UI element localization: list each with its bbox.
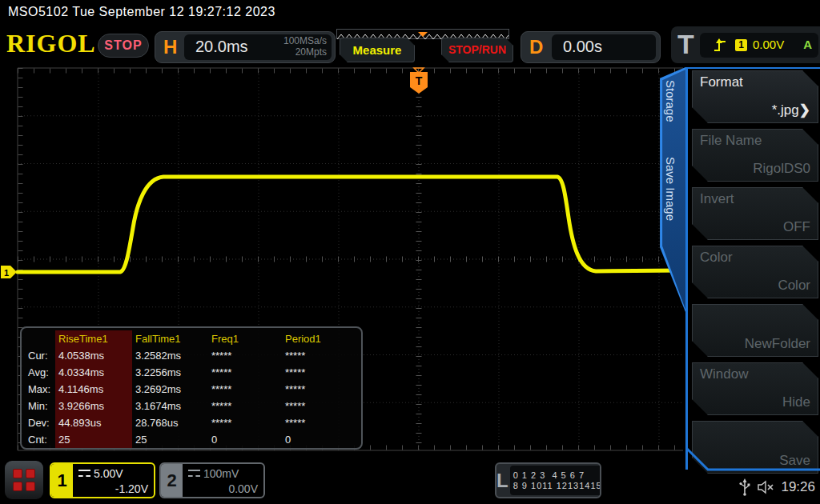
menu-button-invert[interactable]: Invert OFF [692,187,818,240]
meas-cell: ***** [282,414,361,431]
clock-time: 19:26 [781,479,815,495]
trigger-label: T [677,29,694,60]
speaker-muted-icon [757,480,774,494]
trigger-settings[interactable]: T 1 0.00V A [671,26,820,63]
menu-button-save[interactable]: Save [692,421,818,474]
logic-analyzer-box[interactable]: L 0 1 2 3 4 5 6 7 8 9 1011 12131415 [495,462,601,498]
meas-row-label: Dev: [25,414,55,431]
la-digits-row1: 0 1 2 3 4 5 6 7 [513,470,601,481]
svg-text:T: T [416,74,423,87]
meas-cell: 3.1674ms [132,398,208,414]
storage-menu-panel: Format *.jpg❯ File Name RigolDS0 Invert … [685,67,820,470]
trigger-mode: A [803,38,812,51]
meas-cell: 3.2256ms [132,364,208,381]
dc-coupling-icon [188,470,200,477]
status-area: 19:26 [739,478,815,496]
meas-cell: ***** [208,364,282,381]
apps-grid-icon [13,469,35,491]
meas-cell: 4.1146ms [55,381,132,398]
delay-value: 0.00s [563,38,602,56]
dc-coupling-icon [78,470,90,477]
meas-cell: 25 [132,431,208,448]
meas-cell: 4.0334ms [55,364,132,381]
menu-button-window[interactable]: Window Hide [692,362,818,415]
meas-cell: 0 [208,431,282,448]
meas-row-label: Cur: [25,347,55,364]
timebase-value: 20.0ms [195,38,248,56]
menu-button-new-folder[interactable]: NewFolder [692,304,818,357]
meas-cell: ***** [208,414,282,431]
meas-cell: 3.9266ms [55,398,132,414]
measure-button[interactable]: Measure [340,38,415,62]
la-label: L [496,464,508,497]
meas-cell: ***** [282,364,361,381]
channel2-offset: 0.00V [188,482,258,497]
meas-col-falltime: FallTime1 [132,330,208,347]
meas-row-label: Max: [25,381,55,398]
meas-cell: 28.768us [132,414,208,431]
menu-button-file-name[interactable]: File Name RigolDS0 [692,129,818,182]
meas-cell: 0 [282,431,361,448]
channel2-box[interactable]: 2 100mV 0.00V [159,462,265,498]
meas-col-risetime: RiseTime1 [55,330,132,347]
meas-row-label: Avg: [25,364,55,381]
trigger-source-badge: 1 [735,39,747,51]
menu-button-format[interactable]: Format *.jpg❯ [692,70,818,123]
meas-cell: ***** [282,381,361,398]
channel1-number: 1 [51,464,73,497]
meas-cell: ***** [208,398,282,414]
meas-cell: ***** [208,381,282,398]
channel1-offset: -1.20V [78,482,148,497]
delay-settings[interactable]: D 0.00s [521,31,661,63]
measurement-table: RiseTime1 FallTime1 Freq1 Period1 Cur: 4… [20,326,363,450]
svg-text:1: 1 [4,268,9,278]
meas-cell: 3.2692ms [132,381,208,398]
channel1-marker[interactable]: 1 [1,266,17,278]
meas-row-label: Min: [25,398,55,414]
horizontal-label: H [163,36,177,58]
delay-box: 0.00s [552,34,656,60]
tab-storage[interactable]: Storage [664,80,677,122]
run-state-badge: STOP [98,34,149,58]
meas-col-period: Period1 [282,330,361,347]
meas-col-freq: Freq1 [208,330,282,347]
meas-cell: ***** [208,347,282,364]
meas-cell: 25 [55,431,132,448]
menu-tab[interactable]: Storage Save Image [658,67,685,312]
meas-cell: ***** [282,347,361,364]
meas-cell: 3.2582ms [132,347,208,364]
channel1-box[interactable]: 1 5.00V -1.20V [50,462,155,498]
meas-cell: 44.893us [55,414,132,431]
header-bar: RIGOL STOP H 20.0ms 100MSa/s 20Mpts Meas… [0,24,820,66]
delay-label: D [529,36,543,58]
rising-edge-icon [713,37,727,53]
chevron-right-icon: ❯ [799,102,810,118]
meas-row-label: Cnt: [25,431,55,448]
oscilloscope-screen: MSO5102 Tue September 12 19:27:12 2023 R… [0,0,820,504]
meas-cell: 4.0538ms [55,347,132,364]
timebase-box: 20.0ms 100MSa/s 20Mpts [184,34,332,60]
la-digits-row2: 8 9 1011 12131415 [513,481,601,491]
apps-grid-button[interactable] [5,461,43,499]
stop-run-button[interactable]: STOP/RUN [441,38,513,62]
waveform-ch1 [18,177,683,272]
menu-button-color[interactable]: Color Color [692,246,818,298]
tab-save-image[interactable]: Save Image [664,157,677,221]
sample-rate: 100MSa/s 20Mpts [283,35,327,58]
channel2-number: 2 [161,464,183,497]
horizontal-settings[interactable]: H 20.0ms 100MSa/s 20Mpts [155,31,336,63]
usb-icon [739,478,750,496]
trigger-level: 0.00V [753,38,784,51]
channel2-scale: 100mV [188,466,258,482]
window-title: MSO5102 Tue September 12 19:27:12 2023 [0,0,820,24]
rigol-logo: RIGOL [6,29,96,58]
channel1-scale: 5.00V [78,466,148,482]
trigger-box: 1 0.00V A [700,33,818,58]
meas-cell: ***** [282,398,361,414]
